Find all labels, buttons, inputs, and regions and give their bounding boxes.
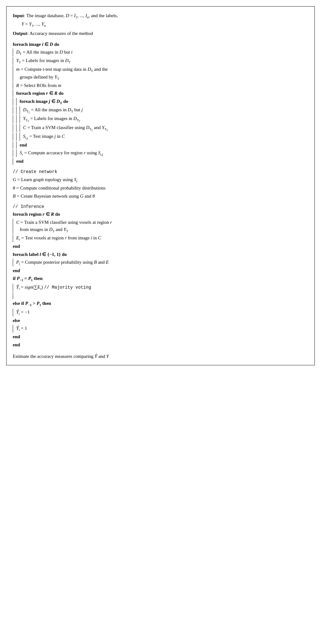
else-if-line: else if P−1 > P1 then (13, 300, 308, 308)
bar-31 (13, 325, 13, 333)
comment-inference-line: // Inference (13, 204, 308, 210)
foreach-i-keyword: foreach image i ∈ D do (13, 41, 59, 48)
input-y: Y = Y1, ..., Yn (21, 21, 46, 28)
end-foreach-r-keyword: end (16, 158, 23, 165)
foreach-j-keyword: foreach image j ∈ DT do (20, 98, 68, 106)
bar-2 (13, 57, 13, 65)
c-line: C = Train a SVM classifier using DTT and… (13, 124, 308, 132)
ytt-text: YTT = Labels for images in DTT (23, 115, 80, 123)
dt-line: DT = All the images in D but i (13, 49, 308, 56)
end-inner-line: end (13, 142, 308, 149)
bar-4 (13, 82, 13, 89)
bar-24 (13, 158, 13, 165)
end-foreach-l-keyword: end (13, 267, 20, 274)
bar-6 (13, 98, 13, 106)
dtt-text: DTT = All the images in DT but j (23, 106, 83, 114)
input-text: : The image database, D = I1, ..., In, a… (24, 12, 118, 20)
b-line: B = Create Bayesian network using G and … (13, 193, 308, 200)
bar-23 (16, 149, 17, 157)
c2-text: C = Train a SVM classifier using voxels … (16, 219, 112, 234)
algorithm-box: Input : The image database, D = I1, ...,… (6, 6, 315, 365)
bar-22 (13, 149, 13, 157)
bar-3 (13, 66, 13, 82)
output-label: Output (13, 30, 27, 37)
else-line: else (13, 317, 308, 324)
bar-30 (13, 309, 13, 316)
bar-11 (13, 115, 13, 123)
yhat2-text: Ŷi = −1 (16, 309, 30, 316)
bar-15 (16, 124, 17, 132)
foreach-r-keyword: foreach region r ∈ R do (16, 90, 64, 97)
c2-line: C = Train a SVM classifier using voxels … (13, 219, 308, 234)
bar-27 (13, 259, 13, 267)
end-inner-keyword: end (20, 142, 27, 149)
footer-text: Estimate the accuracy measures comparing… (13, 354, 109, 359)
end-foreach-r2-line: end (13, 243, 308, 250)
end-foreach-l-line: end (13, 267, 308, 274)
yhat2-line: Ŷi = −1 (13, 309, 308, 316)
yhat3-line: Ŷi = 1 (13, 325, 308, 333)
spacer-text (16, 292, 17, 299)
output-text: : Accuracy measures of the method (27, 30, 93, 37)
pl-line: Pl = Compute posterior probability using… (13, 259, 308, 267)
ytt-line: YTT = Labels for images in DTT (13, 115, 308, 123)
yt-line: YT = Labels for images in DT (13, 57, 308, 65)
srj-line: Sr,j = Test image j in C (13, 133, 308, 141)
bar-13 (20, 115, 20, 123)
dt-text: DT = All the images in D but i (16, 49, 73, 56)
dtt-line: DTT = All the images in DT but j (13, 106, 308, 114)
pl-text: Pl = Compute posterior probability using… (16, 259, 109, 267)
end-foreach-r-line: end (13, 158, 308, 165)
yhat-text: Ŷi = sign(∑Er) // Majority voting (16, 284, 91, 291)
bar-1 (13, 49, 13, 56)
bar-19 (20, 133, 20, 141)
bar-26 (13, 234, 13, 242)
else-if-keyword: else if P−1 > P1 then (13, 300, 51, 308)
footer-line: Estimate the accuracy measures comparing… (13, 351, 308, 360)
if-keyword: if P−1 = P1 then (13, 275, 43, 283)
theta-text: θ = Compute conditional probability dist… (13, 185, 106, 192)
sr-line: Sr = Compute accuracy for region r using… (13, 149, 308, 157)
bar-14 (13, 124, 13, 132)
foreach-r-line: foreach region r ∈ R do (13, 90, 308, 97)
er-text: Er = Test voxels at region r from image … (16, 234, 101, 242)
er-line: Er = Test voxels at region r from image … (13, 234, 308, 242)
foreach-r2-line: foreach region r ∈ R do (13, 211, 308, 218)
yt-text: YT = Labels for images in DT (16, 57, 71, 65)
end-foreach-r2-keyword: end (13, 243, 20, 250)
output-line: Output : Accuracy measures of the method (13, 30, 308, 37)
m-line: m = Compute t-test map using data in DT … (13, 66, 308, 82)
bar-16 (20, 124, 20, 132)
comment-create-line: // Create network (13, 169, 308, 175)
if-line: if P−1 = P1 then (13, 275, 308, 283)
bar-9 (16, 106, 17, 114)
bar-17 (13, 133, 13, 141)
if-bar-spacer (13, 292, 308, 299)
comment-inference: // Inference (13, 204, 44, 210)
foreach-l-line: foreach label l ∈ {−1, 1} do (13, 251, 308, 258)
bar-25 (13, 219, 13, 234)
srj-text: Sr,j = Test image j in C (23, 133, 65, 141)
bar-5 (13, 90, 13, 97)
bar-21 (16, 142, 17, 149)
foreach-r2-keyword: foreach region r ∈ R do (13, 211, 60, 218)
bar-28 (13, 284, 13, 291)
end-if-line: end (13, 333, 308, 340)
b-text: B = Create Bayesian network using G and … (13, 193, 95, 200)
bar-20 (13, 142, 13, 149)
input-label: Input (13, 12, 24, 19)
g-text: G = Learn graph topology using Sr (13, 176, 78, 184)
theta-line: θ = Compute conditional probability dist… (13, 185, 308, 192)
foreach-i-line: foreach image i ∈ D do (13, 41, 308, 48)
g-line: G = Learn graph topology using Sr (13, 176, 308, 184)
yhat-line: Ŷi = sign(∑Er) // Majority voting (13, 284, 308, 291)
bar-18 (16, 133, 17, 141)
r-line: R = Select ROIs from m (13, 82, 308, 89)
input-line2: Y = Y1, ..., Yn (13, 21, 308, 28)
input-line1: Input : The image database, D = I1, ...,… (13, 12, 308, 20)
end-foreach-i-line: end (13, 341, 308, 348)
bar-8 (13, 106, 13, 114)
bar-29 (13, 292, 13, 299)
sr-text: Sr = Compute accuracy for region r using… (20, 149, 103, 157)
bar-12 (16, 115, 17, 123)
